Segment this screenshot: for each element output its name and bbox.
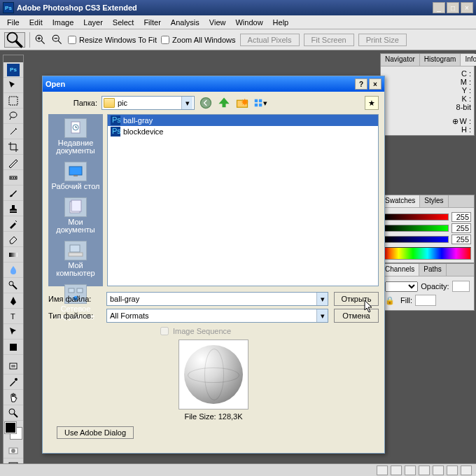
history-brush-tool[interactable] — [4, 216, 23, 232]
gradient-tool[interactable] — [4, 247, 23, 262]
close-button[interactable]: × — [461, 2, 473, 13]
eraser-tool[interactable] — [4, 232, 23, 247]
tab-info[interactable]: Info — [461, 54, 476, 66]
menu-layer[interactable]: Layer — [79, 17, 107, 28]
color-ramp[interactable] — [384, 247, 471, 260]
zoom-all-checkbox[interactable]: Zoom All Windows — [161, 36, 235, 44]
heal-tool[interactable] — [4, 170, 23, 186]
menu-help[interactable]: Help — [269, 17, 293, 28]
hand-tool[interactable] — [4, 390, 23, 405]
print-size-button[interactable]: Print Size — [358, 34, 407, 46]
menu-view[interactable]: View — [205, 17, 230, 28]
file-item[interactable]: Ps blockdevice — [108, 126, 378, 137]
fit-screen-button[interactable]: Fit Screen — [304, 34, 354, 46]
minimize-button[interactable]: _ — [433, 2, 445, 13]
type-tool[interactable]: T — [4, 309, 23, 324]
new-folder-icon[interactable] — [235, 96, 249, 110]
opacity-label: Opacity: — [421, 282, 449, 290]
stamp-tool[interactable] — [4, 201, 23, 216]
svg-rect-38 — [71, 200, 81, 211]
zoom-out-icon[interactable] — [51, 34, 64, 46]
status-icon[interactable] — [377, 465, 388, 475]
dialog-close-button[interactable]: × — [369, 78, 382, 90]
actual-pixels-button[interactable]: Actual Pixels — [240, 34, 300, 46]
foreground-color-swatch[interactable] — [5, 422, 16, 433]
quick-mask-toggle[interactable] — [4, 443, 23, 458]
chevron-down-icon[interactable]: ▾ — [316, 309, 328, 322]
tab-channels[interactable]: Channels — [381, 264, 419, 276]
folder-combo[interactable]: pic ▾ — [102, 96, 195, 110]
menu-edit[interactable]: Edit — [25, 17, 47, 28]
wand-tool[interactable] — [4, 124, 23, 139]
menu-select[interactable]: Select — [108, 17, 139, 28]
favorite-icon[interactable]: ★ — [365, 96, 379, 110]
file-list[interactable]: Ps ball-gray Ps blockdevice — [107, 114, 379, 286]
view-menu-icon[interactable]: ▾ — [253, 96, 267, 110]
file-item-selected[interactable]: Ps ball-gray — [108, 115, 378, 126]
svg-rect-42 — [77, 288, 83, 293]
dodge-tool[interactable] — [4, 278, 23, 293]
menu-analysis[interactable]: Analysis — [167, 17, 204, 28]
zoom-all-label: Zoom All Windows — [172, 36, 235, 44]
tab-swatches[interactable]: Swatches — [381, 195, 420, 207]
svg-point-27 — [201, 98, 211, 108]
trash-icon[interactable] — [461, 465, 472, 475]
ps-file-icon: Ps — [111, 127, 120, 136]
ps-logo-button[interactable]: Ps — [4, 62, 23, 78]
marquee-tool[interactable] — [4, 93, 23, 108]
menu-image[interactable]: Image — [48, 17, 78, 28]
open-dialog: Open ? × Папка: pic ▾ ▾ ★ Недавние докум… — [42, 76, 385, 454]
place-recent[interactable]: Недавние документы — [50, 118, 102, 155]
open-button[interactable]: Открыть — [334, 292, 379, 306]
place-mydocs[interactable]: Мои документы — [50, 197, 102, 234]
path-select-tool[interactable] — [4, 324, 23, 340]
b-value[interactable]: 255 — [451, 234, 471, 244]
place-mycomputer[interactable]: Мой компьютер — [50, 241, 102, 277]
tab-styles[interactable]: Styles — [420, 195, 448, 207]
tab-navigator[interactable]: Navigator — [381, 54, 420, 66]
move-tool[interactable] — [4, 78, 23, 93]
opacity-field[interactable] — [452, 281, 470, 292]
dialog-help-button[interactable]: ? — [355, 78, 368, 90]
svg-text:T: T — [10, 312, 15, 321]
shape-tool[interactable] — [4, 340, 23, 355]
resize-windows-checkbox[interactable]: Resize Windows To Fit — [68, 36, 157, 44]
lasso-tool[interactable] — [4, 108, 23, 124]
maximize-button[interactable]: □ — [447, 2, 459, 13]
menu-window[interactable]: Window — [231, 17, 267, 28]
filename-label: Имя файла: — [48, 295, 101, 303]
zoom-in-icon[interactable] — [34, 34, 47, 46]
pen-tool[interactable] — [4, 293, 23, 309]
g-value[interactable]: 255 — [451, 223, 471, 233]
current-tool-icon[interactable] — [4, 32, 25, 48]
tab-histogram[interactable]: Histogram — [420, 54, 461, 66]
slice-tool[interactable] — [4, 155, 23, 170]
up-icon[interactable] — [217, 96, 231, 110]
eyedropper-tool[interactable] — [4, 374, 23, 390]
chevron-down-icon[interactable]: ▾ — [316, 293, 328, 305]
place-desktop[interactable]: Рабочий стол — [51, 162, 99, 190]
notes-tool[interactable] — [4, 359, 23, 374]
back-icon[interactable] — [199, 96, 213, 110]
crop-tool[interactable] — [4, 139, 23, 155]
color-swatches[interactable] — [4, 421, 23, 443]
filename-input[interactable]: ▾ — [106, 292, 328, 306]
menu-filter[interactable]: Filter — [139, 17, 164, 28]
status-icon[interactable] — [405, 465, 416, 475]
menu-file[interactable]: File — [3, 17, 24, 28]
r-value[interactable]: 255 — [451, 212, 471, 222]
filetype-combo[interactable]: All Formats ▾ — [106, 309, 328, 323]
brush-tool[interactable] — [4, 186, 23, 201]
fill-field[interactable] — [415, 295, 436, 306]
blend-mode-select[interactable] — [385, 281, 418, 292]
blur-tool[interactable] — [4, 262, 23, 278]
status-icon[interactable] — [433, 465, 444, 475]
chevron-down-icon[interactable]: ▾ — [181, 97, 192, 109]
cancel-button[interactable]: Отмена — [334, 309, 379, 323]
zoom-tool[interactable] — [4, 405, 23, 421]
status-icon[interactable] — [419, 465, 430, 475]
status-icon[interactable] — [391, 465, 402, 475]
tab-paths[interactable]: Paths — [419, 264, 447, 276]
use-adobe-dialog-button[interactable]: Use Adobe Dialog — [57, 426, 134, 439]
status-icon[interactable] — [447, 465, 458, 475]
